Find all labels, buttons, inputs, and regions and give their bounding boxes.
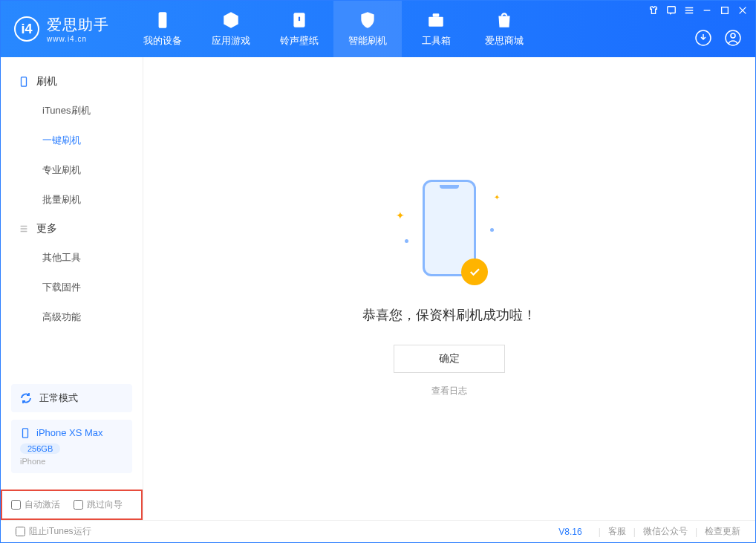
checkbox-block-itunes[interactable]: 阻止iTunes运行 (16, 525, 91, 538)
svg-rect-10 (23, 428, 28, 437)
success-illustration: ✦ ✦ (382, 180, 516, 291)
section-more[interactable]: 更多 (1, 215, 143, 243)
device-name: iPhone XS Max (36, 427, 103, 438)
close-icon[interactable] (737, 5, 748, 16)
logo[interactable]: i4 爱思助手 www.i4.cn (1, 15, 123, 43)
sidebar: 刷机 iTunes刷机 一键刷机 专业刷机 批量刷机 更多 其他工具 下载固件 … (1, 57, 143, 520)
checkbox-auto-activate[interactable]: 自动激活 (11, 498, 60, 511)
status-bar: 阻止iTunes运行 V8.16 | 客服 | 微信公众号 | 检查更新 (1, 520, 755, 542)
sparkle-icon: ✦ (396, 209, 405, 221)
tab-toolbox[interactable]: 工具箱 (402, 1, 470, 57)
mode-label: 正常模式 (39, 391, 78, 405)
sidebar-item-advanced[interactable]: 高级功能 (1, 302, 143, 332)
sidebar-item-itunes-flash[interactable]: iTunes刷机 (1, 96, 143, 126)
bag-icon (495, 10, 514, 30)
toolbox-icon (426, 10, 446, 30)
version-label: V8.16 (558, 527, 581, 537)
menu-icon[interactable] (684, 5, 694, 16)
tab-my-device[interactable]: 我的设备 (128, 1, 197, 57)
mode-card[interactable]: 正常模式 (11, 384, 132, 412)
nav-tabs: 我的设备 应用游戏 铃声壁纸 智能刷机 工具箱 爱思商城 (128, 1, 538, 57)
tab-apps-games[interactable]: 应用游戏 (197, 1, 265, 57)
list-icon (19, 224, 29, 234)
checkbox-label: 跳过向导 (87, 498, 123, 511)
tab-store[interactable]: 爱思商城 (470, 1, 538, 57)
cube-icon (221, 10, 241, 30)
logo-icon: i4 (14, 16, 39, 42)
link-wechat[interactable]: 微信公众号 (643, 525, 688, 538)
ok-button[interactable]: 确定 (394, 345, 505, 373)
app-header: i4 爱思助手 www.i4.cn 我的设备 应用游戏 铃声壁纸 智能刷机 工具… (1, 1, 755, 57)
app-domain: www.i4.cn (47, 35, 109, 43)
tab-label: 应用游戏 (212, 34, 250, 48)
user-icon[interactable] (724, 29, 742, 47)
phone-icon (20, 428, 30, 438)
tab-label: 工具箱 (422, 34, 451, 48)
music-icon (290, 10, 309, 30)
checkbox-input[interactable] (16, 527, 25, 536)
section-title: 更多 (36, 222, 57, 235)
link-support[interactable]: 客服 (608, 525, 626, 538)
link-check-update[interactable]: 检查更新 (705, 525, 740, 538)
window-controls (648, 5, 748, 16)
sidebar-item-download-firmware[interactable]: 下载固件 (1, 273, 143, 302)
checkbox-label: 阻止iTunes运行 (29, 525, 91, 538)
shield-icon (358, 10, 377, 30)
success-message: 恭喜您，保资料刷机成功啦！ (362, 306, 536, 324)
download-icon[interactable] (694, 29, 712, 47)
check-badge-icon (461, 259, 488, 285)
section-flash[interactable]: 刷机 (1, 68, 143, 96)
refresh-icon (20, 392, 32, 404)
svg-rect-3 (433, 13, 440, 16)
dot-icon (405, 239, 408, 243)
storage-badge: 256GB (20, 443, 60, 454)
tab-label: 铃声壁纸 (280, 34, 319, 48)
tab-label: 爱思商城 (485, 34, 524, 48)
device-type: iPhone (20, 457, 123, 466)
section-title: 刷机 (36, 75, 57, 88)
sparkle-icon: ✦ (494, 193, 500, 201)
shirt-icon[interactable] (648, 5, 659, 16)
app-name: 爱思助手 (47, 15, 109, 35)
checkbox-skip-guide[interactable]: 跳过向导 (74, 498, 123, 511)
tab-label: 我的设备 (143, 34, 182, 48)
tab-smart-flash[interactable]: 智能刷机 (333, 1, 402, 57)
svg-rect-8 (722, 7, 729, 14)
minimize-icon[interactable] (702, 5, 712, 16)
checkbox-input[interactable] (11, 500, 21, 510)
tab-ringtones[interactable]: 铃声壁纸 (265, 1, 333, 57)
main-content: ✦ ✦ 恭喜您，保资料刷机成功啦！ 确定 查看日志 (143, 57, 755, 520)
highlighted-options: 自动激活 跳过向导 (1, 490, 143, 520)
device-icon (153, 10, 172, 30)
view-log-link[interactable]: 查看日志 (431, 385, 467, 397)
sidebar-item-other-tools[interactable]: 其他工具 (1, 243, 143, 273)
svg-rect-0 (159, 12, 167, 28)
checkbox-label: 自动激活 (25, 498, 60, 511)
device-card[interactable]: iPhone XS Max 256GB iPhone (11, 420, 132, 473)
phone-icon (19, 77, 29, 87)
sidebar-item-oneclick-flash[interactable]: 一键刷机 (1, 126, 143, 155)
svg-rect-7 (668, 7, 676, 13)
feedback-icon[interactable] (666, 5, 677, 16)
tab-label: 智能刷机 (348, 34, 387, 48)
header-actions (694, 29, 742, 47)
checkbox-input[interactable] (74, 500, 83, 510)
svg-rect-2 (428, 17, 443, 27)
sidebar-item-pro-flash[interactable]: 专业刷机 (1, 155, 143, 185)
maximize-icon[interactable] (720, 5, 730, 16)
dot-icon (490, 228, 494, 232)
svg-point-6 (731, 33, 735, 38)
svg-rect-9 (22, 77, 27, 86)
sidebar-item-batch-flash[interactable]: 批量刷机 (1, 185, 143, 215)
